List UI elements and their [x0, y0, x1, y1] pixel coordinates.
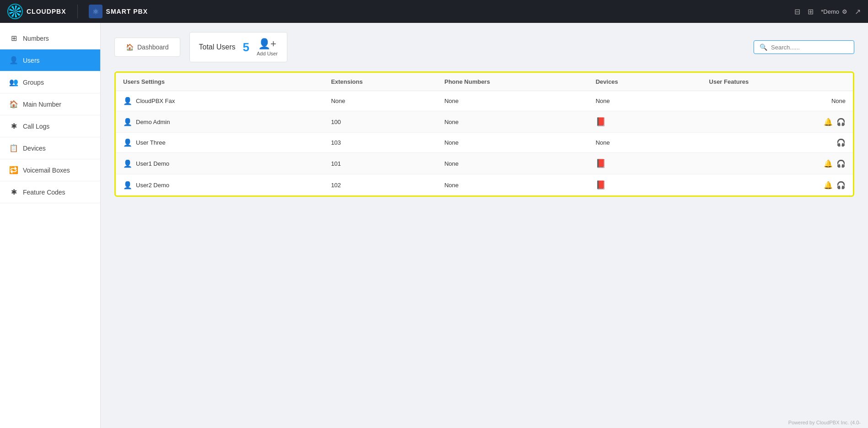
add-user-label: Add User	[257, 51, 278, 56]
devices-cell: 📕	[588, 174, 702, 196]
voicemail-icon: 🔁	[9, 166, 18, 174]
table-row[interactable]: 👤 User2 Demo 102 None 📕 🔔 🎧	[116, 174, 853, 196]
features-cell: 🎧	[702, 133, 853, 153]
user-name: CloudPBX Fax	[136, 98, 175, 104]
total-users-box: Total Users 5 👤+ Add User	[189, 32, 287, 62]
footer: Powered by CloudPBX Inc. (4.0-	[781, 417, 868, 428]
phone-cell: None	[437, 174, 588, 196]
sidebar-item-label: Voicemail Boxes	[23, 167, 70, 174]
col-header-settings: Users Settings	[116, 73, 323, 91]
user-icon: 👤	[123, 138, 132, 147]
user-name-cell: 👤 CloudPBX Fax	[123, 97, 316, 105]
phone-cell: None	[437, 153, 588, 174]
table-row[interactable]: 👤 Demo Admin 100 None 📕 🔔 🎧	[116, 111, 853, 133]
features-cell: 🔔 🎧	[702, 174, 853, 196]
add-user-icon: 👤+	[258, 38, 276, 50]
expand-icon[interactable]: ↗	[855, 7, 861, 16]
extension-cell: 102	[323, 174, 437, 196]
sidebar-item-label: Groups	[23, 79, 44, 86]
extension-cell: 101	[323, 153, 437, 174]
sidebar-item-call-logs[interactable]: ✱ Call Logs	[0, 115, 100, 137]
table-header: Users Settings Extensions Phone Numbers …	[116, 73, 853, 91]
voicemail-feature-icon: 🎧	[836, 118, 846, 126]
extension-cell: None	[323, 91, 437, 111]
total-users-count: 5	[243, 40, 249, 54]
topnav-left: CLOUDPBX ⚛ SMART PBX	[7, 4, 148, 19]
extension-cell: 103	[323, 133, 437, 153]
sidebar-item-label: Devices	[23, 145, 46, 152]
main-number-icon: 🏠	[9, 100, 18, 108]
book-icon: 📕	[596, 117, 606, 126]
add-user-button[interactable]: 👤+ Add User	[257, 38, 278, 56]
user-name-cell: 👤 User2 Demo	[123, 181, 316, 190]
dashboard-button[interactable]: 🏠 Dashboard	[114, 38, 180, 57]
header-row: 🏠 Dashboard Total Users 5 👤+ Add User 🔍	[114, 32, 854, 62]
users-table-container: Users Settings Extensions Phone Numbers …	[114, 71, 854, 197]
main-layout: ⊞ Numbers 👤 Users 👥 Groups 🏠 Main Number…	[0, 23, 868, 428]
sidebar-item-numbers[interactable]: ⊞ Numbers	[0, 27, 100, 49]
user-label: *Demo	[821, 8, 839, 15]
sidebar-item-voicemail-boxes[interactable]: 🔁 Voicemail Boxes	[0, 159, 100, 181]
phone-cell: None	[437, 91, 588, 111]
grid-icon[interactable]: ⊞	[808, 7, 814, 16]
user-name: User1 Demo	[136, 160, 169, 167]
devices-cell: None	[588, 91, 702, 111]
user-name: User Three	[136, 139, 166, 146]
layout-icon[interactable]: ⊟	[794, 7, 800, 16]
smart-pbx-label: SMART PBX	[106, 8, 148, 15]
search-box: 🔍	[754, 40, 854, 54]
topnav-right: ⊟ ⊞ *Demo ⚙ ↗	[794, 7, 861, 16]
devices-cell: 📕	[588, 111, 702, 133]
users-icon: 👤	[9, 56, 18, 65]
footer-text: Powered by CloudPBX Inc. (4.0-	[788, 420, 861, 425]
extension-cell: 100	[323, 111, 437, 133]
user-icon: 👤	[123, 159, 132, 168]
logo-text: CLOUDPBX	[27, 8, 66, 15]
logo-area[interactable]: CLOUDPBX	[7, 4, 66, 19]
sidebar-item-feature-codes[interactable]: ✱ Feature Codes	[0, 181, 100, 203]
phone-cell: None	[437, 111, 588, 133]
dashboard-label: Dashboard	[137, 43, 169, 51]
dashboard-icon: 🏠	[126, 43, 134, 51]
col-header-phone: Phone Numbers	[437, 73, 588, 91]
user-icon: 👤	[123, 97, 132, 105]
numbers-icon: ⊞	[9, 34, 18, 43]
table-row[interactable]: 👤 CloudPBX Fax None None None None	[116, 91, 853, 111]
voicemail-feature-icon: 🎧	[836, 181, 846, 190]
voicemail-feature-icon: 🎧	[836, 138, 846, 147]
sidebar-item-label: Feature Codes	[23, 189, 65, 196]
table-row[interactable]: 👤 User1 Demo 101 None 📕 🔔 🎧	[116, 153, 853, 174]
user-name-cell: 👤 User Three	[123, 138, 316, 147]
user-menu[interactable]: *Demo ⚙	[821, 8, 847, 15]
sidebar-item-devices[interactable]: 📋 Devices	[0, 137, 100, 159]
users-table: Users Settings Extensions Phone Numbers …	[116, 73, 853, 195]
groups-icon: 👥	[9, 78, 18, 87]
sidebar-item-groups[interactable]: 👥 Groups	[0, 71, 100, 93]
user-name-cell: 👤 Demo Admin	[123, 118, 316, 126]
logo-spokes	[9, 5, 21, 17]
user-name: User2 Demo	[136, 182, 169, 189]
col-header-devices: Devices	[588, 73, 702, 91]
smart-pbx-icon: ⚛	[89, 5, 102, 18]
bell-icon: 🔔	[824, 159, 833, 168]
top-navigation: CLOUDPBX ⚛ SMART PBX ⊟ ⊞ *Demo ⚙ ↗	[0, 0, 868, 23]
table-row[interactable]: 👤 User Three 103 None None 🎧	[116, 133, 853, 153]
search-input[interactable]	[771, 44, 844, 51]
main-content: 🏠 Dashboard Total Users 5 👤+ Add User 🔍	[101, 23, 868, 428]
sidebar-item-label: Users	[23, 57, 40, 64]
call-logs-icon: ✱	[9, 122, 18, 130]
user-icon: 👤	[123, 181, 132, 190]
sidebar: ⊞ Numbers 👤 Users 👥 Groups 🏠 Main Number…	[0, 23, 101, 428]
user-name-cell: 👤 User1 Demo	[123, 159, 316, 168]
devices-cell: None	[588, 133, 702, 153]
devices-icon: 📋	[9, 144, 18, 152]
table-body: 👤 CloudPBX Fax None None None None	[116, 91, 853, 196]
smart-pbx-area[interactable]: ⚛ SMART PBX	[89, 5, 148, 18]
book-icon: 📕	[596, 159, 606, 168]
sidebar-item-label: Call Logs	[23, 123, 49, 130]
sidebar-item-main-number[interactable]: 🏠 Main Number	[0, 93, 100, 115]
total-users-label: Total Users	[199, 43, 236, 51]
sidebar-item-users[interactable]: 👤 Users	[0, 49, 100, 71]
voicemail-feature-icon: 🎧	[836, 159, 846, 168]
col-header-features: User Features	[702, 73, 853, 91]
